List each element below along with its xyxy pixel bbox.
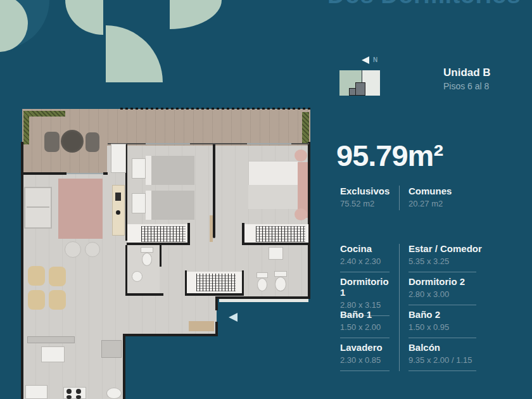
wall-left <box>21 142 23 399</box>
room-dims: 2.40 x 2.30 <box>340 256 394 266</box>
bath1-bottom-wall <box>125 293 163 296</box>
island-sink <box>116 210 120 215</box>
room-cocina: Cocina 2.40 x 2.30 <box>340 243 394 276</box>
bed-double-blanket <box>248 185 299 209</box>
window-glass-1 <box>146 143 190 144</box>
decor-quarter-circle-1 <box>65 0 103 35</box>
kitchen-shelf <box>27 336 75 343</box>
dining-chair-1 <box>28 266 45 286</box>
wall-balcony-ext-stub <box>103 172 108 175</box>
unit-name: Unidad B <box>443 66 491 79</box>
room-dims: 5.35 x 3.25 <box>408 256 491 266</box>
room-rule <box>408 338 476 338</box>
room-label: Baño 2 <box>408 309 491 320</box>
entry-arrow-icon <box>229 313 238 322</box>
room-balcon: Balcón 9.35 x 2.00 / 1.15 <box>408 342 491 375</box>
wardrobe1-right-wall <box>187 223 190 244</box>
total-area: 95.79m² <box>336 138 443 173</box>
room-bano2: Baño 2 1.50 x 0.95 <box>408 309 491 342</box>
dining-chair-4 <box>49 290 66 310</box>
room-dims: 1.50 x 2.00 <box>340 322 394 332</box>
toilet2-bowl <box>257 278 267 291</box>
room-rule <box>408 305 476 305</box>
area-comunes-value: 20.27 m2 <box>408 199 472 208</box>
dining-chair-2 <box>49 267 66 286</box>
entry-console <box>189 321 214 331</box>
wardrobe2-left-wall <box>242 223 244 244</box>
burner-4 <box>76 395 81 399</box>
nightstand-top <box>294 149 307 162</box>
room-label: Cocina <box>340 243 394 254</box>
wall-lavadero-right <box>123 334 125 399</box>
room-dims: 2.80 x 3.15 <box>340 300 394 310</box>
wall-bottom-mid <box>123 334 218 336</box>
closet-bottom-wall <box>185 293 244 296</box>
planter-right <box>302 112 309 143</box>
burner-3 <box>66 395 72 399</box>
sofa-cushion-line <box>27 206 49 208</box>
kitchen-counter-top <box>111 144 126 173</box>
sill-bottom-right <box>219 299 308 302</box>
area-exclusivos-label: Exclusivos <box>340 186 396 196</box>
bidet-tank <box>274 271 287 277</box>
unit-locator-core-high <box>355 82 365 96</box>
pouf-1 <box>65 241 81 258</box>
rooms-col-left: Cocina 2.40 x 2.30 Dormitorio 1 2.80 x 3… <box>340 243 394 375</box>
area-comunes: Comunes 20.27 m2 <box>408 186 472 208</box>
unit-header: Unidad B Pisos 6 al 8 <box>443 66 491 91</box>
room-label: Dormitorio 2 <box>408 276 491 287</box>
room-label: Lavadero <box>340 342 394 353</box>
rooms-column-divider <box>399 244 400 371</box>
area-exclusivos-value: 75.52 m2 <box>340 199 396 208</box>
room-rule <box>340 338 390 338</box>
wardrobe2-clothes <box>256 226 305 242</box>
window-glass-2 <box>247 143 291 144</box>
laundry-basin <box>106 388 122 399</box>
north-label: N <box>373 56 377 63</box>
room-dims: 9.35 x 2.00 / 1.15 <box>408 355 491 365</box>
bath1-stub-wall <box>160 245 162 267</box>
balcony-chair-left <box>44 132 60 152</box>
island-hob <box>115 193 121 201</box>
bidet-bowl <box>275 277 286 291</box>
room-dims: 1.50 x 0.95 <box>408 322 491 332</box>
room-estar-comedor: Estar / Comedor 5.35 x 3.25 <box>408 243 491 276</box>
bath1-sink <box>132 271 142 282</box>
decor-quarter-circle-2 <box>106 25 163 82</box>
closet-left-wall <box>185 270 187 295</box>
bed2-pillow <box>132 193 146 213</box>
toilet1-tank <box>141 247 153 253</box>
page-title: Dos Dormitorios <box>327 0 521 9</box>
balcony-table <box>61 130 84 153</box>
area-exclusivos: Exclusivos 75.52 m2 <box>340 186 396 208</box>
washing-machine <box>101 340 122 358</box>
balcony-chair-right <box>86 132 99 152</box>
room-lavadero: Lavadero 2.30 x 0.85 <box>340 342 394 375</box>
burner-2 <box>76 389 81 394</box>
rooms-col-right: Estar / Comedor 5.35 x 3.25 Dormitorio 2… <box>408 243 491 375</box>
room-rule <box>340 370 390 371</box>
kitchen-table <box>41 346 65 362</box>
dining-chair-3 <box>28 290 45 310</box>
wall-corridor <box>213 143 215 238</box>
room-label: Balcón <box>408 342 491 353</box>
sofa <box>24 187 52 229</box>
unit-floors: Pisos 6 al 8 <box>443 81 491 91</box>
balcony-dashed-edge <box>120 108 310 110</box>
hall-closet-clothes <box>196 274 236 291</box>
rug <box>58 179 103 239</box>
area-divider <box>399 186 400 210</box>
toilet2-tank <box>256 272 268 278</box>
room-dormitorio2: Dormitorio 2 2.80 x 3.00 <box>408 276 491 309</box>
fridge <box>25 385 48 399</box>
room-rule <box>408 272 476 272</box>
room-dims: 2.30 x 0.85 <box>340 355 394 365</box>
bath2-sink <box>269 247 283 260</box>
planter-top <box>23 111 65 117</box>
room-dormitorio1: Dormitorio 1 2.80 x 3.15 <box>340 276 394 309</box>
toilet1-bowl <box>142 253 152 266</box>
flyer-canvas: { "title": { "text": "Dos Dormitorios" }… <box>0 0 532 399</box>
wall-entry-upper <box>215 296 218 310</box>
wall-right <box>308 142 310 299</box>
nightstand-bottom <box>294 208 307 220</box>
